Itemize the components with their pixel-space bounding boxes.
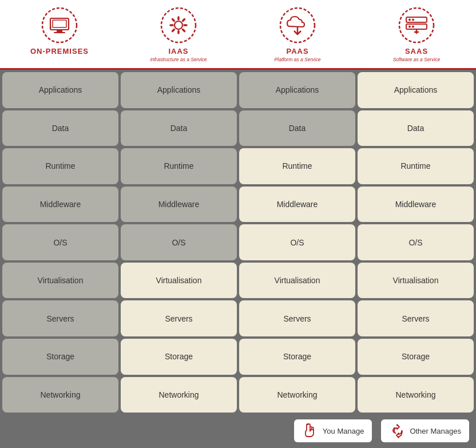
svg-line-14 [183, 19, 185, 21]
recycle-icon [389, 423, 405, 439]
svg-point-16 [280, 8, 315, 42]
cell-1-2: Data [239, 110, 355, 146]
cell-6-1: Servers [121, 300, 237, 336]
svg-point-21 [408, 19, 411, 21]
cell-4-3: O/S [358, 224, 474, 260]
cell-3-1: Middleware [121, 187, 237, 223]
grid-row-4: O/SO/SO/SO/S [2, 224, 474, 260]
grid-row-0: ApplicationsApplicationsApplicationsAppl… [2, 72, 474, 108]
page: ON-PREMISES IAAS In [0, 0, 476, 448]
col-title-paas: PAAS [286, 47, 308, 55]
col-title-on-premises: ON-PREMISES [30, 47, 89, 55]
cell-3-0: Middleware [2, 187, 118, 223]
cell-4-2: O/S [239, 224, 355, 260]
cell-7-0: Storage [2, 339, 118, 375]
cell-3-3: Middleware [358, 187, 474, 223]
server-icon [398, 7, 435, 43]
col-title-saas: SAAS [405, 47, 428, 55]
cell-6-3: Servers [358, 300, 474, 336]
cell-1-1: Data [121, 110, 237, 146]
cell-1-3: Data [358, 110, 474, 146]
cell-6-0: Servers [2, 300, 118, 336]
col-subtitle-iaas: Infrastructure as a Service [150, 57, 207, 62]
cell-7-1: Storage [121, 339, 237, 375]
cell-0-1: Applications [121, 72, 237, 108]
cell-8-2: Networking [239, 377, 355, 413]
col-subtitle-paas: Platform as a Service [275, 57, 321, 62]
cell-7-2: Storage [239, 339, 355, 375]
col-header-iaas: IAAS Infrastructure as a Service [119, 7, 238, 62]
you-manage-legend: You Manage [294, 419, 372, 442]
svg-point-0 [42, 8, 77, 42]
cell-5-2: Virtualisation [239, 263, 355, 299]
computer-icon [41, 7, 78, 43]
cell-0-3: Applications [358, 72, 474, 108]
cell-2-0: Runtime [2, 148, 118, 184]
cell-4-0: O/S [2, 224, 118, 260]
cell-0-2: Applications [239, 72, 355, 108]
cell-2-3: Runtime [358, 148, 474, 184]
cell-3-2: Middleware [239, 187, 355, 223]
hand-icon [302, 423, 318, 439]
svg-rect-3 [57, 30, 62, 32]
svg-point-22 [412, 19, 414, 21]
svg-point-23 [408, 26, 411, 28]
cell-7-3: Storage [358, 339, 474, 375]
cell-0-0: Applications [2, 72, 118, 108]
svg-point-18 [399, 8, 434, 42]
svg-line-13 [183, 30, 185, 31]
col-subtitle-saas: Software as a Service [393, 57, 441, 62]
other-manages-legend: Other Manages [381, 419, 469, 442]
svg-line-15 [173, 30, 174, 31]
cell-8-0: Networking [2, 377, 118, 413]
cell-4-1: O/S [121, 224, 237, 260]
main-grid: ApplicationsApplicationsApplicationsAppl… [0, 70, 476, 415]
you-manage-label: You Manage [323, 427, 364, 435]
svg-line-12 [173, 19, 174, 21]
cloud-download-icon [279, 7, 316, 43]
svg-point-6 [161, 8, 196, 42]
col-header-on-premises: ON-PREMISES [0, 7, 119, 62]
col-header-paas: PAAS Platform as a Service [238, 7, 357, 62]
gear-icon [160, 7, 197, 43]
col-title-iaas: IAAS [168, 47, 188, 55]
svg-rect-2 [53, 20, 66, 27]
cell-8-1: Networking [121, 377, 237, 413]
cell-2-1: Runtime [121, 148, 237, 184]
grid-row-3: MiddlewareMiddlewareMiddlewareMiddleware [2, 187, 474, 223]
grid-row-5: VirtualisationVirtualisationVirtualisati… [2, 263, 474, 299]
header: ON-PREMISES IAAS In [0, 0, 476, 66]
cell-2-2: Runtime [239, 148, 355, 184]
grid-row-8: NetworkingNetworkingNetworkingNetworking [2, 377, 474, 413]
cell-5-0: Virtualisation [2, 263, 118, 299]
grid-row-1: DataDataDataData [2, 110, 474, 146]
grid-row-2: RuntimeRuntimeRuntimeRuntime [2, 148, 474, 184]
cell-5-1: Virtualisation [121, 263, 237, 299]
svg-rect-4 [54, 32, 65, 33]
footer: You Manage Other Manages [0, 415, 476, 448]
cell-6-2: Servers [239, 300, 355, 336]
cell-5-3: Virtualisation [358, 263, 474, 299]
cell-1-0: Data [2, 110, 118, 146]
grid-row-7: StorageStorageStorageStorage [2, 339, 474, 375]
cell-8-3: Networking [358, 377, 474, 413]
svg-point-24 [412, 26, 414, 28]
col-header-saas: SAAS Software as a Service [357, 7, 476, 62]
grid-row-6: ServersServersServersServers [2, 300, 474, 336]
svg-point-7 [174, 21, 183, 29]
other-manages-label: Other Manages [410, 427, 461, 435]
